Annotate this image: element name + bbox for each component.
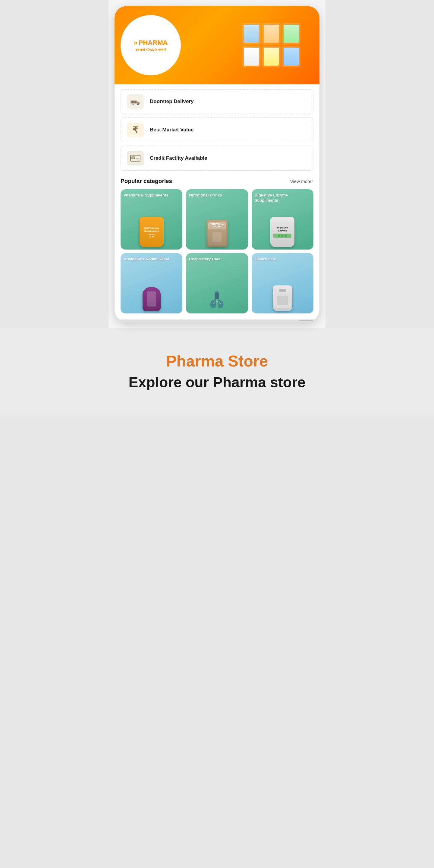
- category-digestive[interactable]: Digestive Enzyme Suppliments DigestiveEn…: [252, 189, 313, 250]
- credit-label: Credit Facility Available: [150, 155, 207, 161]
- category-respiratory-label: Respiratory Care: [186, 253, 248, 264]
- chevron-right-icon: ›: [312, 179, 313, 184]
- delivery-icon: [127, 94, 144, 109]
- digestive-bottle: DigestiveEnzyme: [270, 217, 294, 247]
- nutritional-product-image: NUTRITIONALDRINK: [186, 200, 248, 250]
- view-more-button[interactable]: View more ›: [290, 179, 313, 184]
- bottom-content: Pharma Store Explore our Pharma store: [18, 352, 416, 391]
- scroll-thumb: [299, 320, 317, 321]
- rupee-icon: ₹: [127, 123, 144, 137]
- delivery-label: Doorstep Delivery: [150, 98, 194, 104]
- product-box-1: [242, 23, 261, 44]
- feature-credit: Credit Facility Available: [121, 146, 313, 170]
- category-analgesics-label: Analgesics & Pain Relief: [121, 253, 182, 264]
- category-vitamins[interactable]: Vitamins & Suppliments MultiVitaminsSupp…: [121, 189, 182, 250]
- category-analgesics[interactable]: Analgesics & Pain Relief: [121, 253, 182, 313]
- lungs-icon: [208, 290, 226, 311]
- category-nutritional[interactable]: Nutritional Drinks NUTRITIONALDRINK: [186, 189, 248, 250]
- nutritional-bottle: NUTRITIONALDRINK: [207, 220, 227, 247]
- respiratory-product-image: [186, 264, 248, 313]
- logo-tagline: अब करो XPAND भारत में: [135, 48, 166, 52]
- pharma-store-subtitle: Explore our Pharma store: [18, 374, 416, 391]
- product-box-6: [282, 46, 301, 67]
- feature-market-value: ₹ Best Market Value: [121, 118, 313, 142]
- gastro-bottle: [273, 285, 292, 311]
- categories-title: Popular categories: [121, 178, 172, 184]
- categories-grid: Vitamins & Suppliments MultiVitaminsSupp…: [121, 189, 313, 313]
- analgesics-product-image: [121, 264, 182, 313]
- vitamins-product-image: MultiVitaminsSuppliments: [121, 200, 182, 250]
- product-box-2: [262, 23, 281, 44]
- feature-delivery: Doorstep Delivery: [121, 89, 313, 114]
- svg-rect-1: [131, 101, 136, 103]
- product-box-3: [282, 23, 301, 44]
- category-respiratory[interactable]: Respiratory Care: [186, 253, 248, 313]
- analgesics-bottle: [143, 287, 161, 311]
- credit-icon: [127, 151, 144, 165]
- vitamins-bottle: MultiVitaminsSuppliments: [140, 217, 164, 247]
- features-list: Doorstep Delivery ₹ Best Market Value: [115, 84, 319, 176]
- gastro-product-image: [252, 264, 313, 313]
- svg-rect-12: [215, 291, 218, 293]
- svg-point-5: [138, 104, 138, 105]
- logo-text: PHARMA: [138, 39, 168, 47]
- category-nutritional-label: Nutritional Drinks: [186, 189, 248, 200]
- product-box-4: [242, 46, 261, 67]
- category-gastro[interactable]: Gastro care: [252, 253, 313, 313]
- category-vitamins-label: Vitamins & Suppliments: [121, 189, 182, 200]
- logo-arrows-icon: »: [134, 39, 137, 47]
- logo-circle: » PHARMA अब करो XPAND भारत में: [121, 15, 181, 75]
- categories-header: Popular categories View more ›: [121, 178, 313, 184]
- category-digestive-label: Digestive Enzyme Suppliments: [252, 189, 313, 205]
- pharma-logo: » PHARMA: [134, 39, 168, 47]
- categories-section: Popular categories View more › Vitamins …: [115, 176, 319, 319]
- category-gastro-label: Gastro care: [252, 253, 313, 264]
- market-value-label: Best Market Value: [150, 127, 194, 133]
- banner-products: [223, 6, 319, 84]
- product-box-5: [262, 46, 281, 67]
- banner: » PHARMA अब करो XPAND भारत में: [115, 6, 319, 84]
- digestive-product-image: DigestiveEnzyme: [252, 205, 313, 250]
- svg-rect-11: [215, 292, 219, 299]
- svg-point-3: [132, 104, 133, 105]
- svg-rect-7: [132, 157, 135, 159]
- scroll-indicator: [115, 319, 319, 322]
- pharma-store-title: Pharma Store: [18, 352, 416, 370]
